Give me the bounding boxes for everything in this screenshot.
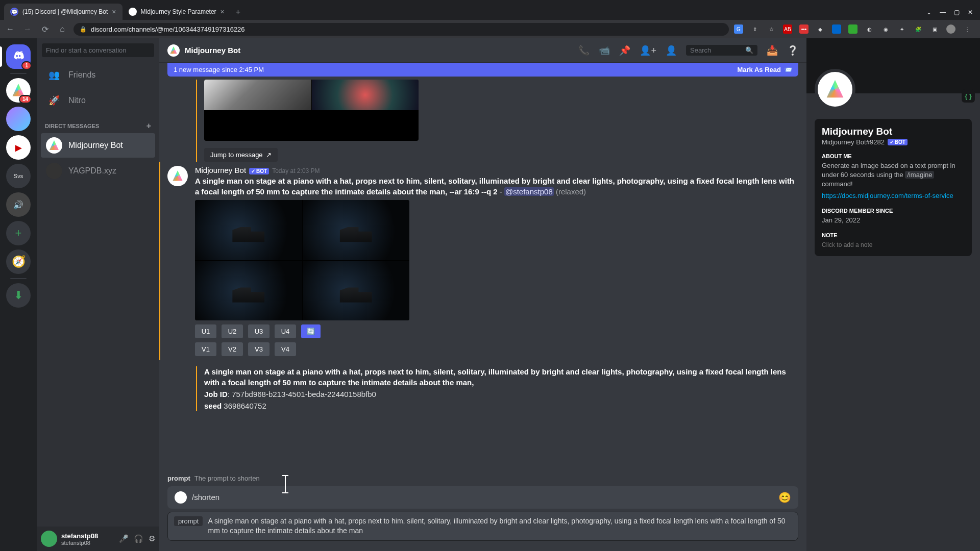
avatar	[167, 44, 180, 57]
v2-button[interactable]: V2	[222, 342, 243, 356]
note-input[interactable]	[822, 241, 965, 248]
dm-item-midjourney[interactable]: Midjourney Bot	[41, 133, 155, 158]
extension-icon[interactable]: ◆	[816, 24, 825, 34]
user-mention[interactable]: @stefanstp08	[504, 187, 554, 196]
server-icon-midjourney[interactable]: 14	[6, 78, 31, 103]
deafen-icon[interactable]: 🎧	[134, 534, 143, 543]
help-icon[interactable]: ❔	[787, 45, 798, 56]
home-icon[interactable]: ⌂	[56, 24, 68, 34]
lastpass-icon[interactable]: •••	[799, 24, 808, 34]
message-content: A single man on stage at a piano with a …	[195, 176, 798, 197]
image-attachment[interactable]	[195, 200, 409, 320]
new-messages-banner[interactable]: 1 new message since 2:45 PM Mark As Read…	[167, 63, 798, 77]
forward-icon[interactable]: →	[21, 24, 34, 34]
variation-row: V1 V2 V3 V4	[195, 342, 798, 356]
window-controls: ⌄ — ▢ ✕	[919, 9, 980, 20]
external-link-icon: ↗	[266, 151, 272, 159]
command-input-row[interactable]: /shorten 😊	[167, 486, 798, 509]
server-icon[interactable]: ▶	[6, 135, 31, 160]
menu-icon[interactable]: ⋮	[963, 24, 972, 34]
reroll-button[interactable]: 🔄	[301, 324, 321, 338]
friends-tab[interactable]: 👥 Friends	[41, 63, 155, 87]
close-icon[interactable]: ×	[220, 8, 225, 16]
browser-tab[interactable]: Midjourney Style Parameter ×	[122, 4, 231, 20]
notification-badge: 1	[21, 61, 32, 70]
download-apps-button[interactable]: ⬇	[6, 283, 31, 308]
v4-button[interactable]: V4	[275, 342, 296, 356]
find-conversation-input[interactable]: Find or start a conversation	[42, 43, 154, 57]
star-icon[interactable]: ☆	[767, 24, 776, 34]
translate-icon[interactable]: G	[734, 24, 743, 34]
extension-icon[interactable]: ◉	[881, 24, 890, 34]
sidepanel-icon[interactable]: ▣	[930, 24, 939, 34]
u3-button[interactable]: U3	[248, 324, 270, 338]
message-metadata: A single man on stage at a piano with a …	[196, 366, 798, 411]
u4-button[interactable]: U4	[275, 324, 296, 338]
discord-home-button[interactable]: 1	[6, 44, 31, 69]
about-header: ABOUT ME	[822, 153, 965, 159]
caret-down-icon[interactable]: ⌄	[926, 9, 932, 16]
dm-item-yagpdb[interactable]: YAGPDB.xyz	[41, 159, 155, 183]
explore-servers-button[interactable]: 🧭	[6, 249, 31, 274]
server-icon[interactable]	[6, 107, 31, 131]
back-icon[interactable]: ←	[4, 24, 16, 34]
minimize-icon[interactable]: —	[940, 9, 946, 16]
add-friends-icon[interactable]: 👤+	[640, 45, 656, 56]
extension-icon[interactable]: ✦	[897, 24, 906, 34]
user-avatar[interactable]	[41, 531, 57, 547]
v1-button[interactable]: V1	[195, 342, 216, 356]
dm-header: DIRECT MESSAGES +	[37, 113, 159, 133]
reload-icon[interactable]: ⟳	[39, 24, 51, 34]
new-tab-button[interactable]: +	[231, 5, 246, 20]
url-input[interactable]: 🔒 discord.com/channels/@me/1063443749197…	[74, 23, 729, 36]
pinned-icon[interactable]: 📌	[619, 45, 630, 56]
extension-icon[interactable]	[848, 24, 857, 34]
tab-title: (15) Discord | @Midjourney Bot	[22, 8, 108, 15]
profile-avatar[interactable]	[946, 24, 955, 34]
profile-panel: { } Midjourney Bot Midjourney Bot#9282 ✓…	[806, 38, 980, 551]
mute-icon[interactable]: 🎤	[119, 534, 129, 543]
close-icon[interactable]: ×	[112, 8, 116, 16]
tos-link[interactable]: https://docs.midjourney.com/terms-of-ser…	[822, 192, 953, 199]
image-attachment[interactable]	[204, 80, 419, 141]
video-call-icon[interactable]: 📹	[599, 45, 610, 56]
param-value[interactable]: A single man on stage at a piano with a …	[208, 516, 792, 536]
share-icon[interactable]: ⇪	[750, 24, 760, 34]
command-param-row[interactable]: prompt A single man on stage at a piano …	[167, 512, 798, 541]
bot-badge: ✓ BOT	[888, 139, 908, 145]
adblock-icon[interactable]: AB	[783, 24, 792, 34]
jump-to-message-button[interactable]: Jump to message ↗	[204, 148, 278, 162]
server-icon-svs[interactable]: Svs	[6, 164, 31, 188]
u2-button[interactable]: U2	[222, 324, 243, 338]
create-dm-button[interactable]: +	[146, 121, 151, 131]
settings-icon[interactable]: ⚙	[149, 534, 155, 543]
search-input[interactable]: Search 🔍	[686, 45, 757, 56]
browser-tab-active[interactable]: 💬 (15) Discord | @Midjourney Bot ×	[4, 4, 122, 20]
bot-badge: ✓ BOT	[249, 168, 269, 174]
add-server-button[interactable]: +	[6, 221, 31, 245]
friends-icon: 👥	[46, 67, 62, 83]
extension-icon[interactable]: ◐	[865, 24, 874, 34]
server-list: 1 14 ▶ Svs 🔊 + 🧭 ⬇	[0, 38, 37, 551]
extension-icon[interactable]	[832, 24, 841, 34]
message-author[interactable]: Midjourney Bot	[195, 166, 246, 174]
avatar	[46, 137, 62, 154]
maximize-icon[interactable]: ▢	[954, 9, 960, 16]
browser-tab-strip: 💬 (15) Discord | @Midjourney Bot × Midjo…	[0, 0, 980, 20]
inbox-icon[interactable]: 📥	[767, 45, 778, 56]
server-icon[interactable]: 🔊	[6, 192, 31, 217]
command-name: /shorten	[192, 493, 219, 502]
avatar[interactable]	[167, 166, 188, 186]
profile-avatar[interactable]	[815, 69, 855, 110]
extensions-menu-icon[interactable]: 🧩	[914, 24, 923, 34]
profile-tag: Midjourney Bot#9282	[822, 138, 885, 146]
nitro-tab[interactable]: 🚀 Nitro	[41, 88, 155, 113]
close-icon[interactable]: ✕	[968, 9, 973, 16]
command-option[interactable]: prompt The prompt to shorten	[167, 470, 798, 486]
u1-button[interactable]: U1	[195, 324, 216, 338]
voice-call-icon[interactable]: 📞	[578, 45, 590, 56]
v3-button[interactable]: V3	[248, 342, 270, 356]
message-list[interactable]: 1 new message since 2:45 PM Mark As Read…	[159, 63, 806, 470]
user-profile-icon[interactable]: 👤	[666, 45, 677, 56]
emoji-picker-icon[interactable]: 😊	[778, 491, 791, 504]
